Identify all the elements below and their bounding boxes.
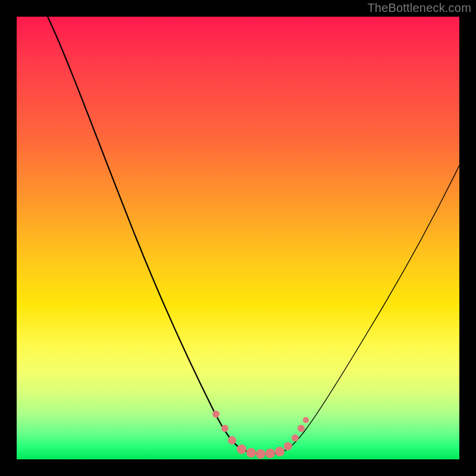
chart-frame: TheBottleneck.com	[0, 0, 476, 476]
watermark-text: TheBottleneck.com	[367, 1, 471, 15]
curve-dot	[265, 449, 275, 458]
curve-dot	[237, 444, 246, 454]
plot-area	[17, 17, 459, 459]
bottleneck-curve-svg	[17, 17, 459, 459]
curve-right-branch	[283, 165, 459, 452]
curve-dot	[292, 434, 299, 441]
curve-dot	[275, 447, 284, 456]
curve-dot	[303, 417, 309, 423]
curve-dot	[298, 425, 305, 432]
curve-dot	[284, 442, 292, 450]
curve-left-branch	[48, 17, 283, 454]
curve-dot	[246, 448, 256, 458]
curve-dot	[221, 425, 228, 432]
curve-dot	[256, 449, 265, 459]
curve-dot	[228, 436, 236, 444]
curve-dot	[212, 411, 220, 418]
